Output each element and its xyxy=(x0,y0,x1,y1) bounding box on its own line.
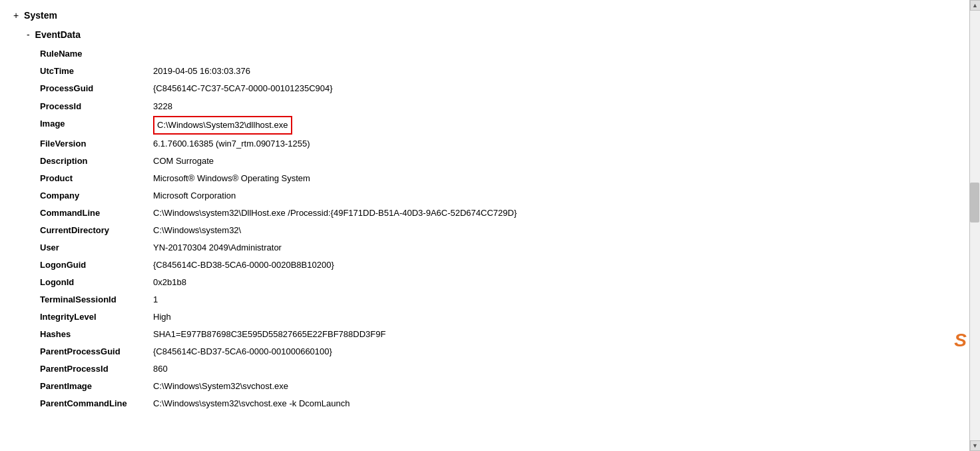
field-key: LogonId xyxy=(40,274,153,290)
scrollbar[interactable]: ▲ ▼ xyxy=(969,0,980,451)
field-key: Company xyxy=(40,188,153,204)
main-container: + System - EventData RuleNameUtcTime2019… xyxy=(0,0,980,451)
field-value: 3228 xyxy=(153,99,172,115)
field-value: High xyxy=(153,309,171,325)
field-value: C:\Windows\System32\dllhost.exe xyxy=(153,116,292,135)
field-key: Product xyxy=(40,171,153,187)
field-value: C:\Windows\system32\svchost.exe -k DcomL… xyxy=(153,396,350,412)
field-key: CurrentDirectory xyxy=(40,223,153,238)
field-value: Microsoft Corporation xyxy=(153,188,236,204)
field-key: Description xyxy=(40,153,153,169)
field-key: ProcessId xyxy=(40,99,153,115)
field-value: {C845614C-BD37-5CA6-0000-001000660100} xyxy=(153,344,332,360)
field-key: CommandLine xyxy=(40,205,153,221)
scrollbar-thumb[interactable] xyxy=(970,183,979,223)
field-key: ParentProcessGuid xyxy=(40,344,153,360)
field-value: C:\Windows\system32\DllHost.exe /Process… xyxy=(153,205,517,221)
field-key: ParentImage xyxy=(40,378,153,394)
field-key: UtcTime xyxy=(40,63,153,79)
data-row: UserYN-20170304 2049\Administrator xyxy=(40,239,956,256)
scroll-up-arrow[interactable]: ▲ xyxy=(970,0,981,11)
field-key: User xyxy=(40,240,153,256)
field-key: Hashes xyxy=(40,326,153,342)
eventdata-label: EventData xyxy=(35,29,81,40)
field-value: SHA1=E977B87698C3E595D55827665E22FBF788D… xyxy=(153,326,385,342)
watermark: S xyxy=(954,330,967,351)
data-row: RuleName xyxy=(40,45,956,63)
data-row: FileVersion6.1.7600.16385 (win7_rtm.0907… xyxy=(40,135,956,153)
data-row: LogonId0x2b1b8 xyxy=(40,274,956,291)
data-row: DescriptionCOM Surrogate xyxy=(40,153,956,170)
field-value: 0x2b1b8 xyxy=(153,274,186,290)
field-key: ParentProcessId xyxy=(40,361,153,377)
field-value: {C845614C-BD38-5CA6-0000-0020B8B10200} xyxy=(153,257,334,273)
data-row: ParentProcessGuid{C845614C-BD37-5CA6-000… xyxy=(40,343,956,360)
field-key: FileVersion xyxy=(40,136,153,152)
data-row: CurrentDirectoryC:\Windows\system32\ xyxy=(40,222,956,239)
field-key: ParentCommandLine xyxy=(40,396,153,412)
field-value: 2019-04-05 16:03:03.376 xyxy=(153,63,250,79)
data-row: TerminalSessionId1 xyxy=(40,291,956,308)
data-row: ImageC:\Windows\System32\dllhost.exe xyxy=(40,115,956,135)
field-value: YN-20170304 2049\Administrator xyxy=(153,240,282,256)
data-row: HashesSHA1=E977B87698C3E595D55827665E22F… xyxy=(40,326,956,343)
field-value: 6.1.7600.16385 (win7_rtm.090713-1255) xyxy=(153,136,310,152)
data-row: ParentImageC:\Windows\System32\svchost.e… xyxy=(40,378,956,395)
field-value: {C845614C-7C37-5CA7-0000-00101235C904} xyxy=(153,81,333,97)
data-row: ProcessId3228 xyxy=(40,98,956,115)
field-value: C:\Windows\System32\svchost.exe xyxy=(153,378,288,394)
system-node[interactable]: + System xyxy=(13,7,956,25)
eventdata-toggle[interactable]: - xyxy=(27,29,30,40)
data-row: ProcessGuid{C845614C-7C37-5CA7-0000-0010… xyxy=(40,80,956,97)
data-row: ProductMicrosoft® Windows® Operating Sys… xyxy=(40,170,956,187)
system-toggle[interactable]: + xyxy=(13,10,19,21)
field-key: RuleName xyxy=(40,46,153,62)
data-rows-container: RuleNameUtcTime2019-04-05 16:03:03.376Pr… xyxy=(13,45,956,412)
data-row: CommandLineC:\Windows\system32\DllHost.e… xyxy=(40,205,956,222)
data-row: LogonGuid{C845614C-BD38-5CA6-0000-0020B8… xyxy=(40,256,956,274)
field-key: Image xyxy=(40,116,153,132)
scroll-down-arrow[interactable]: ▼ xyxy=(970,440,981,451)
data-row: ParentProcessId860 xyxy=(40,360,956,378)
field-value: 1 xyxy=(153,292,158,308)
field-value: C:\Windows\system32\ xyxy=(153,223,241,238)
data-row: ParentCommandLineC:\Windows\system32\svc… xyxy=(40,395,956,412)
field-value: 860 xyxy=(153,361,168,377)
eventdata-node[interactable]: - EventData xyxy=(13,26,956,44)
field-key: IntegrityLevel xyxy=(40,309,153,325)
data-row: UtcTime2019-04-05 16:03:03.376 xyxy=(40,63,956,80)
xml-content: + System - EventData RuleNameUtcTime2019… xyxy=(0,0,969,451)
field-value: Microsoft® Windows® Operating System xyxy=(153,171,310,187)
field-key: LogonGuid xyxy=(40,257,153,273)
field-key: ProcessGuid xyxy=(40,81,153,97)
system-label: System xyxy=(24,10,57,21)
field-value: COM Surrogate xyxy=(153,153,214,169)
data-row: CompanyMicrosoft Corporation xyxy=(40,187,956,205)
data-row: IntegrityLevelHigh xyxy=(40,308,956,326)
field-key: TerminalSessionId xyxy=(40,292,153,308)
